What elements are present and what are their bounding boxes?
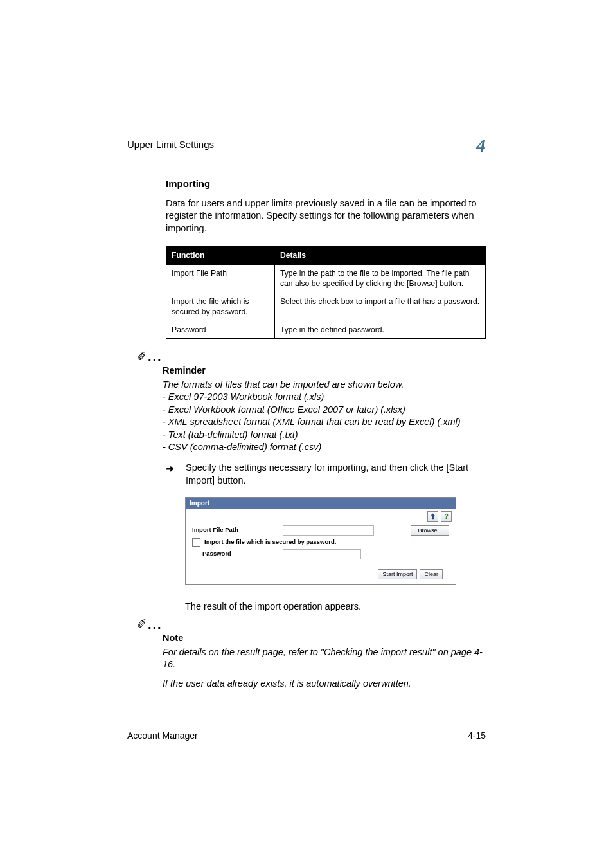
section-heading: Importing <box>166 177 486 190</box>
step-text: Specify the settings necessary for impor… <box>186 462 486 487</box>
secured-label: Import the file which is secured by pass… <box>204 538 336 547</box>
note-paragraph: If the user data already exists, it is a… <box>163 678 486 691</box>
dialog-body: Import File Path Browse... Import the fi… <box>186 523 456 584</box>
dialog-toolbar: ⬆ ? <box>186 509 456 523</box>
reminder-line: - CSV (comma-delimited) format (.csv) <box>163 441 486 454</box>
import-path-input[interactable] <box>283 525 374 536</box>
help-button[interactable]: ? <box>441 511 452 522</box>
password-label: Password <box>202 550 279 558</box>
password-input[interactable] <box>283 549 361 559</box>
result-text: The result of the import operation appea… <box>185 601 486 613</box>
footer-product: Account Manager <box>127 730 198 742</box>
footer-page-number: 4-15 <box>468 730 486 742</box>
running-title: Upper Limit Settings <box>127 138 214 151</box>
browse-button[interactable]: Browse... <box>411 525 449 536</box>
import-path-row: Import File Path Browse... <box>192 524 449 537</box>
step-item: ➜ Specify the settings necessary for imp… <box>166 462 486 487</box>
page: Upper Limit Settings 4 Importing Data fo… <box>0 0 613 868</box>
note-block: ✎... Note For details on the result page… <box>163 632 486 690</box>
table-cell-details: Type in the path to the file to be impor… <box>274 264 485 293</box>
note-icon: ✎... <box>137 617 163 631</box>
secured-row: Import the file which is secured by pass… <box>192 537 449 548</box>
intro-paragraph: Data for users and upper limits previous… <box>166 197 486 235</box>
reminder-line: - Text (tab-delimited) format (.txt) <box>163 429 486 442</box>
password-row: Password <box>192 548 449 561</box>
reminder-line: - Excel 97-2003 Workbook format (.xls) <box>163 391 486 404</box>
note-icon: ✎... <box>137 349 163 363</box>
running-header: Upper Limit Settings 4 <box>127 134 486 154</box>
reminder-label: Reminder <box>163 365 486 377</box>
reminder-line: - XML spreadsheet format (XML format tha… <box>163 416 486 429</box>
table-cell-function: Import the file which is secured by pass… <box>166 293 275 321</box>
note-body: For details on the result page, refer to… <box>163 646 486 691</box>
secured-checkbox[interactable] <box>192 538 200 547</box>
table-cell-function: Import File Path <box>166 264 275 293</box>
content-area: Importing Data for users and upper limit… <box>127 177 486 690</box>
table-header-function: Function <box>166 247 275 264</box>
parameters-table: Function Details Import File Path Type i… <box>166 246 486 339</box>
page-footer: Account Manager 4-15 <box>127 727 486 742</box>
note-paragraph: For details on the result page, refer to… <box>163 646 486 671</box>
clear-button[interactable]: Clear <box>420 569 443 579</box>
chapter-number: 4 <box>476 138 486 153</box>
table-row: Import File Path Type in the path to the… <box>166 264 486 293</box>
start-import-button[interactable]: Start Import <box>378 569 417 579</box>
import-path-label: Import File Path <box>192 526 279 534</box>
table-row: Password Type in the defined password. <box>166 321 486 338</box>
dialog-title: Import <box>186 498 456 509</box>
note-label: Note <box>163 632 486 645</box>
import-dialog-screenshot: Import ⬆ ? Import File Path Browse... Im… <box>185 497 456 585</box>
table-cell-details: Type in the defined password. <box>274 321 485 338</box>
reminder-line: - Excel Workbook format (Office Excel 20… <box>163 404 486 417</box>
to-top-button[interactable]: ⬆ <box>427 511 438 522</box>
reminder-block: ✎... Reminder The formats of files that … <box>163 365 486 454</box>
table-row: Import the file which is secured by pass… <box>166 293 486 321</box>
dialog-footer: Start Import Clear <box>192 565 449 579</box>
table-cell-details: Select this check box to import a file t… <box>274 293 485 321</box>
table-header-details: Details <box>274 247 485 264</box>
reminder-intro: The formats of files that can be importe… <box>163 379 486 392</box>
arrow-icon: ➜ <box>166 463 174 488</box>
reminder-body: The formats of files that can be importe… <box>163 379 486 454</box>
table-cell-function: Password <box>166 321 275 338</box>
